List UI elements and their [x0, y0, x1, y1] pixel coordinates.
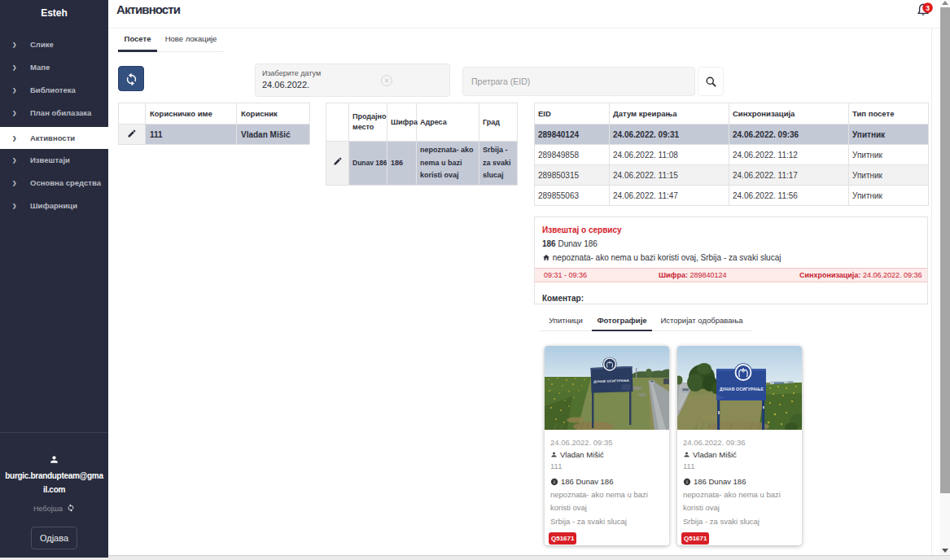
svg-text:3: 3 [926, 4, 930, 12]
svg-text:ДУНАВ ОСИГУРАЊЕ: ДУНАВ ОСИГУРАЊЕ [720, 387, 764, 392]
